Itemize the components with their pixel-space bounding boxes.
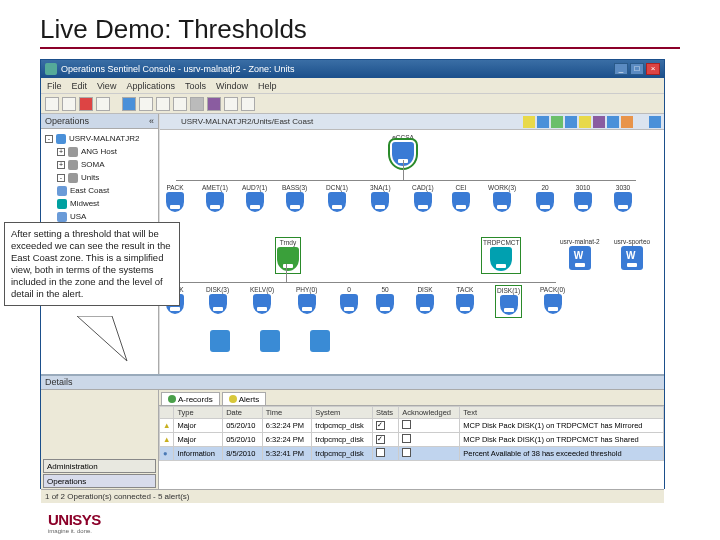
col-time[interactable]: Time	[262, 407, 312, 419]
topo-node-trndy[interactable]: Trndy	[276, 238, 300, 273]
topo-node[interactable]: 3NA(1)	[370, 184, 391, 213]
toolbar-btn[interactable]	[45, 97, 59, 111]
slide-title: Live Demo: Thresholds	[40, 8, 680, 49]
toolbar-btn[interactable]	[156, 97, 170, 111]
table-row[interactable]: ▲ Major05/20/106:32:24 PM trdpcmcp_disk …	[160, 419, 664, 433]
mode-operations[interactable]: Operations	[43, 474, 156, 488]
topo-node[interactable]: PACK(0)	[540, 286, 565, 315]
topo-node-w[interactable]: usrv-sporteo	[614, 238, 650, 271]
topo-node[interactable]: 3030	[614, 184, 632, 213]
toolbar-btn[interactable]	[190, 97, 204, 111]
checkbox-icon[interactable]	[376, 421, 385, 430]
topo-node-trdpcmct[interactable]: TRDPCMCT	[482, 238, 520, 273]
menu-edit[interactable]: Edit	[72, 81, 88, 91]
toolbar-btn[interactable]	[122, 97, 136, 111]
toolbar-btn[interactable]	[96, 97, 110, 111]
details-panel: Details Administration Operations A-reco…	[41, 374, 664, 489]
canvas-btn[interactable]	[579, 116, 591, 128]
mode-administration[interactable]: Administration	[43, 459, 156, 473]
toolbar-btn[interactable]	[241, 97, 255, 111]
tab-records[interactable]: A-records	[161, 392, 220, 405]
table-row-selected[interactable]: ● Information8/5/20105:32:41 PM trdpcmcp…	[160, 447, 664, 461]
close-button[interactable]: ×	[646, 63, 660, 75]
canvas-btn[interactable]	[523, 116, 535, 128]
topo-node[interactable]: DISK	[416, 286, 434, 315]
tree-node[interactable]: -USRV-MALNATJR2	[43, 132, 156, 145]
topo-node[interactable]: 0	[340, 286, 358, 315]
canvas-btn[interactable]	[551, 116, 563, 128]
topo-node-w[interactable]: usrv-malnat-2	[560, 238, 600, 271]
canvas-btn[interactable]	[537, 116, 549, 128]
slide-callout: After setting a threshold that will be e…	[4, 222, 180, 306]
tab-alerts[interactable]: Alerts	[222, 392, 266, 405]
callout-tail-icon	[72, 316, 132, 366]
table-row[interactable]: ▲ Major05/20/106:32:24 PM trdpcmcp_disk …	[160, 433, 664, 447]
col-date[interactable]: Date	[223, 407, 263, 419]
topo-node-disk-alert[interactable]: DISK(1)	[496, 286, 521, 317]
panel-header-operations[interactable]: Operations«	[41, 114, 158, 129]
menu-view[interactable]: View	[97, 81, 116, 91]
person-icon[interactable]	[310, 330, 330, 352]
topo-node[interactable]: 20	[536, 184, 554, 213]
menu-window[interactable]: Window	[216, 81, 248, 91]
canvas-btn[interactable]	[565, 116, 577, 128]
topo-node[interactable]: DCN(1)	[326, 184, 348, 213]
toolbar	[41, 94, 664, 114]
tree-node-eastcoast[interactable]: East Coast	[43, 184, 156, 197]
breadcrumb: USRV-MALNATJR2/Units/East Coast	[177, 117, 313, 126]
canvas-btn[interactable]	[163, 116, 175, 128]
minimize-button[interactable]: _	[614, 63, 628, 75]
person-icon[interactable]	[210, 330, 230, 352]
maximize-button[interactable]: □	[630, 63, 644, 75]
tree-node[interactable]: -Units	[43, 171, 156, 184]
col-system[interactable]: System	[312, 407, 373, 419]
topo-node[interactable]: TACK	[456, 286, 474, 315]
tree-node[interactable]: Midwest	[43, 197, 156, 210]
alerts-table: Type Date Time System Stats Acknowledged…	[159, 406, 664, 461]
tree-node[interactable]: +SOMA	[43, 158, 156, 171]
canvas-btn[interactable]	[649, 116, 661, 128]
col-stats[interactable]: Stats	[372, 407, 398, 419]
menu-tools[interactable]: Tools	[185, 81, 206, 91]
window-title: Operations Sentinel Console - usrv-malna…	[61, 64, 614, 74]
toolbar-btn[interactable]	[173, 97, 187, 111]
menu-file[interactable]: File	[47, 81, 62, 91]
topo-node[interactable]: PACK	[166, 184, 184, 213]
canvas-btn[interactable]	[635, 116, 647, 128]
topo-node[interactable]: BASS(3)	[282, 184, 307, 213]
topo-node[interactable]: AMET(1)	[202, 184, 228, 213]
window-titlebar: Operations Sentinel Console - usrv-malna…	[41, 60, 664, 78]
col-text[interactable]: Text	[460, 407, 664, 419]
toolbar-btn[interactable]	[224, 97, 238, 111]
checkbox-icon[interactable]	[402, 448, 411, 457]
topo-node[interactable]: 50	[376, 286, 394, 315]
unisys-logo: UNISYSimagine it. done.	[48, 511, 101, 534]
topo-node[interactable]: WORK(3)	[488, 184, 516, 213]
menubar: File Edit View Applications Tools Window…	[41, 78, 664, 94]
canvas-btn[interactable]	[593, 116, 605, 128]
toolbar-btn[interactable]	[79, 97, 93, 111]
topo-node[interactable]: 3010	[574, 184, 592, 213]
checkbox-icon[interactable]	[402, 434, 411, 443]
topo-node[interactable]: CEI	[452, 184, 470, 213]
toolbar-btn[interactable]	[207, 97, 221, 111]
toolbar-btn[interactable]	[62, 97, 76, 111]
canvas-btn[interactable]	[607, 116, 619, 128]
canvas-btn[interactable]	[621, 116, 633, 128]
menu-help[interactable]: Help	[258, 81, 277, 91]
person-icon[interactable]	[260, 330, 280, 352]
topo-node[interactable]: DISK(3)	[206, 286, 229, 315]
col-type[interactable]: Type	[174, 407, 223, 419]
checkbox-icon[interactable]	[376, 448, 385, 457]
toolbar-btn[interactable]	[139, 97, 153, 111]
topo-node[interactable]: PHY(0)	[296, 286, 317, 315]
topo-node[interactable]: AUD?(1)	[242, 184, 267, 213]
tree-node[interactable]: +ANG Host	[43, 145, 156, 158]
menu-applications[interactable]: Applications	[126, 81, 175, 91]
col-ack[interactable]: Acknowledged	[399, 407, 460, 419]
checkbox-icon[interactable]	[402, 420, 411, 429]
topo-node[interactable]: KELV(0)	[250, 286, 274, 315]
checkbox-icon[interactable]	[376, 435, 385, 444]
topo-node[interactable]: CAD(1)	[412, 184, 434, 213]
details-header: Details	[41, 376, 664, 390]
